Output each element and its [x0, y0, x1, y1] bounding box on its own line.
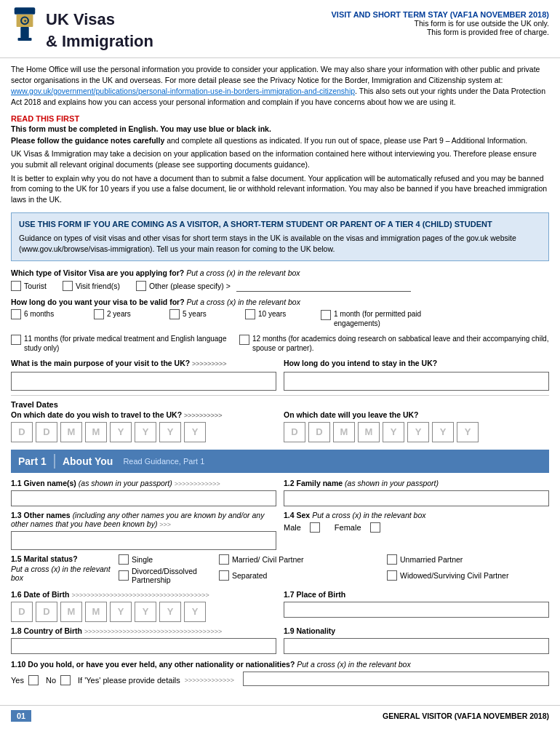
field-15-section: 1.5 Marital status? Put a cross (x) in t…: [11, 554, 549, 584]
depart-day2[interactable]: D: [36, 422, 57, 442]
widowed-checkbox[interactable]: [387, 570, 397, 581]
marital-container: 1.5 Marital status? Put a cross (x) in t…: [11, 554, 549, 584]
depart-year2[interactable]: Y: [135, 422, 156, 442]
dob-day2[interactable]: D: [36, 602, 57, 622]
info-box: USE THIS FORM IF YOU ARE COMING AS A VIS…: [11, 212, 549, 261]
depart-date: D D M M Y Y Y Y: [11, 422, 276, 442]
leave-month2[interactable]: M: [358, 422, 380, 442]
visit-friend-checkbox[interactable]: [63, 281, 73, 291]
fields-18-19: 1.8 Country of Birth >>>>>>>>>>>>>>>>>>>…: [11, 626, 549, 654]
fields-11-12: 1.1 Given name(s) (as shown in your pass…: [11, 479, 549, 506]
dob-year4[interactable]: Y: [184, 602, 206, 622]
field-19-col: 1.9 Nationality: [284, 626, 549, 654]
country-of-birth-input[interactable]: [11, 638, 276, 654]
intend-stay-input[interactable]: [284, 372, 549, 391]
yes-label: Yes: [11, 676, 24, 685]
purpose-stay-row: What is the main purpose of your visit t…: [11, 359, 549, 391]
page: ✦ UK Visas & Immigration VISIT AND SHORT…: [0, 0, 560, 726]
intro-paragraph: The Home Office will use the personal in…: [11, 64, 549, 108]
privacy-link: www.gov.uk/government/publications/perso…: [11, 87, 355, 95]
other-label: Other (please specify) >: [149, 282, 231, 290]
no-checkbox[interactable]: [60, 675, 71, 685]
duration-options: 6 months 2 years 5 years 10 years: [11, 309, 549, 353]
1month-checkbox[interactable]: [321, 310, 331, 320]
6months-checkbox[interactable]: [11, 309, 21, 319]
male-checkbox[interactable]: [310, 522, 320, 533]
yes-no-options: Yes No If 'Yes' please provide details >…: [11, 675, 234, 685]
field-13-col: 1.3 Other names (including any other nam…: [11, 511, 276, 550]
11months-checkbox[interactable]: [11, 335, 21, 345]
10years-checkbox[interactable]: [245, 309, 255, 319]
leave-year3[interactable]: Y: [432, 422, 454, 442]
unmarried-option: Unmarried Partner: [387, 554, 549, 565]
leave-year2[interactable]: Y: [407, 422, 429, 442]
depart-month1[interactable]: M: [60, 422, 82, 442]
divorced-checkbox[interactable]: [119, 570, 129, 581]
leave-day2[interactable]: D: [308, 422, 330, 442]
main-purpose-input[interactable]: [11, 372, 276, 391]
unmarried-checkbox[interactable]: [387, 554, 397, 565]
5years-checkbox[interactable]: [169, 309, 180, 319]
depart-year3[interactable]: Y: [159, 422, 181, 442]
other-nationality-input[interactable]: [243, 672, 549, 686]
travel-dates-section: Travel Dates On which date do you wish t…: [11, 400, 549, 442]
1month-option: 1 month (for permitted paid engagements): [321, 309, 466, 328]
2years-option: 2 years: [94, 309, 167, 319]
tourist-checkbox[interactable]: [11, 281, 21, 291]
family-name-input[interactable]: [284, 490, 549, 506]
visitor-visa-section: Which type of Visitor Visa are you apply…: [11, 268, 549, 292]
12months-option: 12 months (for academics doing research …: [239, 334, 549, 353]
visit-friend-option: Visit friend(s): [63, 281, 120, 291]
leave-day1[interactable]: D: [284, 422, 305, 442]
dob-year3[interactable]: Y: [159, 602, 181, 622]
field-110-section: 1.10 Do you hold, or have you ever held,…: [11, 660, 549, 686]
uk-crest-icon: ✦: [11, 7, 39, 44]
given-names-input[interactable]: [11, 490, 276, 506]
depart-month2[interactable]: M: [85, 422, 107, 442]
dob-year1[interactable]: Y: [110, 602, 132, 622]
yes-checkbox[interactable]: [28, 675, 39, 685]
dob-month2[interactable]: M: [85, 602, 107, 622]
depart-day1[interactable]: D: [11, 422, 33, 442]
place-of-birth-input[interactable]: [284, 602, 549, 618]
leave-label: On which date will you leave the UK?: [284, 410, 549, 419]
instruction-decision: UK Visas & Immigration may take a decisi…: [11, 148, 549, 170]
single-option: Single: [119, 554, 213, 565]
leave-year1[interactable]: Y: [383, 422, 404, 442]
travel-dates-row: On which date do you wish to travel to t…: [11, 410, 549, 442]
instruction-english: This form must be completed in English. …: [11, 124, 549, 133]
dob-day1[interactable]: D: [11, 602, 33, 622]
depart-year4[interactable]: Y: [184, 422, 206, 442]
visitor-visa-question: Which type of Visitor Visa are you apply…: [11, 268, 549, 277]
footer: 01 GENERAL VISITOR (VAF1A NOVEMBER 2018): [0, 705, 560, 726]
field-11-col: 1.1 Given name(s) (as shown in your pass…: [11, 479, 276, 506]
separated-checkbox[interactable]: [219, 570, 229, 581]
married-checkbox[interactable]: [219, 554, 229, 565]
leave-month1[interactable]: M: [333, 422, 355, 442]
male-label: Male: [284, 523, 301, 532]
2years-checkbox[interactable]: [94, 309, 104, 319]
main-purpose-col: What is the main purpose of your visit t…: [11, 359, 276, 391]
other-names-input[interactable]: [11, 531, 276, 550]
field-14-label: 1.4 Sex Put a cross (x) in the relevant …: [284, 511, 549, 519]
other-specify-input[interactable]: [236, 280, 411, 292]
leave-year4[interactable]: Y: [457, 422, 479, 442]
dob-year2[interactable]: Y: [135, 602, 156, 622]
intend-stay-label: How long do you intend to stay in the UK…: [284, 359, 549, 367]
marital-grid: Single Married/ Civil Partner Unmarried …: [119, 554, 549, 584]
dob-month1[interactable]: M: [60, 602, 82, 622]
field-18-label: 1.8 Country of Birth >>>>>>>>>>>>>>>>>>>…: [11, 626, 276, 635]
instruction-guidance: Please follow the guidance notes careful…: [11, 135, 549, 146]
nationality-input[interactable]: [284, 638, 549, 654]
field-16-label: 1.6 Date of Birth >>>>>>>>>>>>>>>>>>>>>>…: [11, 590, 276, 599]
female-checkbox[interactable]: [370, 522, 380, 533]
duration-row2: 11 months (for private medical treatment…: [11, 334, 549, 353]
travel-dates-title: Travel Dates: [11, 400, 549, 409]
subtitle1: This form is for use outside the UK only…: [332, 19, 550, 28]
field-12-col: 1.2 Family name (as shown in your passpo…: [284, 479, 549, 506]
form-title: VISIT AND SHORT TERM STAY (VAF1A NOVEMBE…: [332, 10, 550, 19]
single-checkbox[interactable]: [119, 554, 129, 565]
12months-checkbox[interactable]: [239, 335, 249, 345]
depart-year1[interactable]: Y: [110, 422, 132, 442]
other-checkbox[interactable]: [136, 281, 146, 291]
